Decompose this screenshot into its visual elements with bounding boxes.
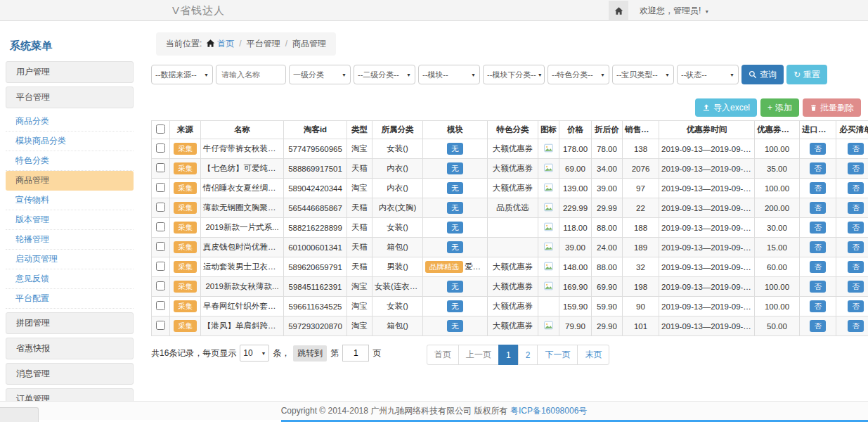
sidebar-group-4[interactable]: 消息管理 xyxy=(6,363,134,385)
page-button-上一页[interactable]: 上一页 xyxy=(458,345,499,365)
imported-toggle[interactable]: 否 xyxy=(810,320,826,332)
cell-coupon_amount: 50.00 xyxy=(755,316,800,336)
filter-select-0[interactable]: --数据来源--▼ xyxy=(151,65,213,84)
imported-toggle[interactable]: 否 xyxy=(810,202,826,214)
cell-discount_price: 39.00 xyxy=(592,179,623,198)
module-badge: 品牌精选 xyxy=(425,261,463,273)
product-thumbnail[interactable] xyxy=(543,203,554,212)
row-checkbox[interactable] xyxy=(156,183,165,192)
sidebar-item[interactable]: 启动页管理 xyxy=(6,250,134,269)
product-thumbnail[interactable] xyxy=(543,321,554,330)
home-icon xyxy=(614,6,623,15)
imported-toggle[interactable]: 否 xyxy=(810,182,826,194)
select-all-checkbox[interactable] xyxy=(156,124,165,134)
row-checkbox[interactable] xyxy=(156,301,165,310)
reset-button[interactable]: ↻ 重置 xyxy=(786,65,827,84)
must-buy-toggle[interactable]: 否 xyxy=(848,261,864,273)
jump-button[interactable]: 跳转到 xyxy=(293,345,327,362)
filter-select-5[interactable]: --模块下分类--▼ xyxy=(483,65,545,84)
must-buy-toggle[interactable]: 否 xyxy=(848,241,864,253)
chevron-down-icon: ▼ xyxy=(342,72,346,77)
row-checkbox[interactable] xyxy=(156,281,165,290)
filter-select-7[interactable]: --宝贝类型--▼ xyxy=(612,65,674,84)
must-buy-toggle[interactable]: 否 xyxy=(848,281,864,293)
product-thumbnail[interactable] xyxy=(543,281,554,290)
imported-toggle[interactable]: 否 xyxy=(810,241,826,253)
product-thumbnail[interactable] xyxy=(543,183,554,192)
must-buy-toggle[interactable]: 否 xyxy=(848,202,864,214)
copyright-text: Copyright © 2014-2018 广州九驰网络科技有限公司 版权所有 xyxy=(281,406,508,416)
must-buy-toggle[interactable]: 否 xyxy=(848,300,864,312)
imported-toggle[interactable]: 否 xyxy=(810,162,826,174)
row-checkbox[interactable] xyxy=(156,143,165,153)
product-thumbnail[interactable] xyxy=(543,222,554,231)
imported-toggle[interactable]: 否 xyxy=(810,281,826,293)
row-checkbox[interactable] xyxy=(156,262,165,271)
cell-module: 无 xyxy=(423,297,488,316)
imported-toggle[interactable]: 否 xyxy=(810,261,826,273)
cell-category: 女装() xyxy=(373,139,423,159)
name-search-input[interactable] xyxy=(216,65,286,84)
source-badge: 采集 xyxy=(174,222,197,234)
breadcrumb-home-link[interactable]: 首页 xyxy=(217,39,234,49)
sidebar-group-3[interactable]: 省惠快报 xyxy=(6,338,134,359)
row-checkbox[interactable] xyxy=(156,203,165,212)
must-buy-toggle[interactable]: 否 xyxy=(848,143,864,155)
row-checkbox[interactable] xyxy=(156,321,165,330)
sidebar-item[interactable]: 特色分类 xyxy=(6,151,134,171)
cell-type: 淘宝 xyxy=(347,277,373,297)
sidebar-item-active[interactable]: 商品管理 xyxy=(6,171,134,191)
icp-link[interactable]: 粤ICP备16098006号 xyxy=(510,406,587,416)
must-buy-toggle[interactable]: 否 xyxy=(848,182,864,194)
cell-module: 无 xyxy=(423,238,488,257)
sidebar-item[interactable]: 平台配置 xyxy=(6,289,134,309)
filter-select-6[interactable]: --特色分类--▼ xyxy=(548,65,609,84)
sidebar-item[interactable]: 商品分类 xyxy=(6,112,134,132)
sidebar-group-5[interactable]: 订单管理 xyxy=(6,388,134,401)
product-thumbnail[interactable] xyxy=(543,242,554,251)
page-button-首页[interactable]: 首页 xyxy=(427,345,459,365)
must-buy-toggle[interactable]: 否 xyxy=(848,162,864,174)
row-checkbox[interactable] xyxy=(156,163,165,172)
sidebar-item[interactable]: 宣传物料 xyxy=(6,191,134,210)
must-buy-toggle[interactable]: 否 xyxy=(848,320,864,332)
sidebar-item[interactable]: 意见反馈 xyxy=(6,269,134,289)
page-button-下一页[interactable]: 下一页 xyxy=(537,345,578,365)
filter-select-8[interactable]: --状态--▼ xyxy=(677,65,739,84)
jump-page-input[interactable] xyxy=(342,345,369,362)
action-bar: 导入excel + 添加 批量删除 xyxy=(151,98,861,117)
cell-taoke_id: 565446685867 xyxy=(284,198,347,218)
imported-toggle[interactable]: 否 xyxy=(810,222,826,234)
chevron-down-icon: ▼ xyxy=(204,72,209,77)
per-page-select[interactable]: 10 ▼ xyxy=(240,345,269,362)
row-checkbox[interactable] xyxy=(156,242,165,251)
sidebar-group-2[interactable]: 拼团管理 xyxy=(6,312,134,334)
product-thumbnail[interactable] xyxy=(543,163,554,172)
filter-select-3[interactable]: --二级分类--▼ xyxy=(354,65,415,84)
product-thumbnail[interactable] xyxy=(543,262,554,271)
imported-toggle[interactable]: 否 xyxy=(810,300,826,312)
must-buy-toggle[interactable]: 否 xyxy=(848,222,864,234)
sidebar-group-0[interactable]: 用户管理 xyxy=(6,61,134,83)
home-button[interactable] xyxy=(609,1,628,21)
user-menu[interactable]: 欢迎您，管理员! ▾ xyxy=(640,5,708,17)
filter-select-4[interactable]: --模块--▼ xyxy=(418,65,480,84)
filter-select-value: --状态-- xyxy=(681,70,707,80)
import-excel-button[interactable]: 导入excel xyxy=(695,98,757,117)
search-button[interactable]: 查询 xyxy=(741,65,784,84)
cell-coupon_time: 2019-09-13—2019-09-17 xyxy=(659,277,755,297)
imported-toggle[interactable]: 否 xyxy=(810,143,826,155)
batch-delete-button[interactable]: 批量删除 xyxy=(803,98,861,117)
row-checkbox[interactable] xyxy=(156,222,165,231)
search-icon xyxy=(749,70,757,79)
sidebar-group-1[interactable]: 平台管理 xyxy=(6,87,134,108)
page-button-1[interactable]: 1 xyxy=(498,345,519,365)
sidebar-item[interactable]: 轮播管理 xyxy=(6,230,134,250)
page-button-末页[interactable]: 末页 xyxy=(577,345,609,365)
filter-select-2[interactable]: 一级分类▼ xyxy=(289,65,351,84)
product-thumbnail[interactable] xyxy=(543,143,554,153)
page-button-2[interactable]: 2 xyxy=(518,345,538,365)
sidebar-item[interactable]: 模块商品分类 xyxy=(6,132,134,151)
add-button[interactable]: + 添加 xyxy=(760,98,799,117)
sidebar-item[interactable]: 版本管理 xyxy=(6,210,134,230)
